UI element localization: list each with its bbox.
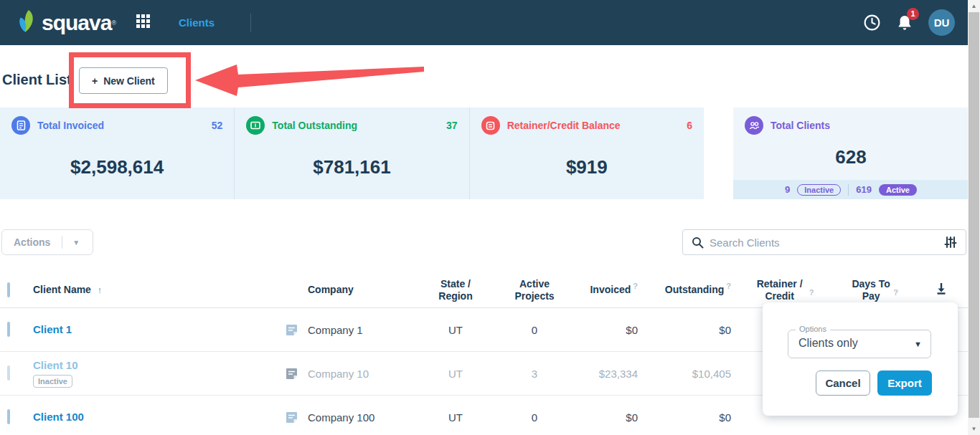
- help-icon[interactable]: ?: [893, 288, 898, 297]
- chevron-down-icon: ▼: [72, 239, 80, 247]
- invoiced-cell: $0: [580, 411, 638, 424]
- row-checkbox[interactable]: [7, 409, 10, 424]
- nav-divider: [250, 14, 251, 32]
- invoiced-cell: $0: [580, 324, 638, 336]
- stat-label: Retainer/Credit Balance: [507, 120, 621, 131]
- inactive-pill: Inactive: [797, 184, 841, 196]
- row-checkbox[interactable]: [7, 365, 10, 381]
- row-checkbox[interactable]: [7, 322, 10, 337]
- search-box: [682, 229, 966, 255]
- company-cell: Company 100: [308, 411, 423, 424]
- stat-label: Total Clients: [771, 120, 830, 131]
- active-projects-cell: 0: [489, 324, 580, 336]
- column-header-invoiced[interactable]: Invoiced?: [580, 284, 638, 295]
- invoiced-cell: $23,334: [580, 368, 638, 380]
- client-name-link[interactable]: Client 100: [26, 411, 84, 423]
- stats-card-group: Total Invoiced 52 $2,598,614 Total Outst…: [0, 107, 704, 199]
- page-title: Client List: [2, 72, 72, 88]
- search-icon: [692, 236, 704, 249]
- nav-item-clients[interactable]: Clients: [179, 16, 215, 29]
- user-avatar[interactable]: DU: [928, 9, 955, 36]
- chevron-down-icon: ▼: [914, 340, 922, 348]
- stat-value: $919: [481, 156, 692, 178]
- outstanding-cell: $0: [638, 411, 731, 424]
- help-icon[interactable]: ?: [809, 288, 814, 297]
- scroll-down-arrow[interactable]: ▼: [968, 423, 980, 435]
- company-cell: Company 1: [308, 324, 423, 336]
- plus-icon: +: [92, 75, 98, 87]
- squava-logo[interactable]: squava ®: [16, 9, 116, 37]
- client-name-link[interactable]: Client 10: [26, 359, 78, 371]
- sort-asc-icon[interactable]: ↑: [98, 285, 103, 295]
- stat-count: 52: [212, 120, 223, 131]
- company-cell: Company 10: [308, 368, 423, 380]
- export-options-select[interactable]: Options Clients only ▼: [788, 330, 931, 358]
- notifications-bell-icon[interactable]: 1: [897, 14, 913, 32]
- clients-status-strip: 9 Inactive 619 Active: [733, 180, 969, 199]
- app-grid-icon[interactable]: [136, 14, 150, 31]
- column-header-active-projects[interactable]: Active Projects: [489, 278, 580, 301]
- column-header-state-region[interactable]: State / Region: [423, 278, 489, 301]
- select-label: Options: [796, 325, 830, 333]
- stat-card-total-outstanding: Total Outstanding 37 $781,161: [234, 107, 468, 199]
- export-popup: Options Clients only ▼ Cancel Export: [763, 302, 958, 416]
- column-header-company[interactable]: Company: [308, 284, 423, 295]
- new-client-button[interactable]: + New Client: [79, 67, 168, 94]
- vertical-scrollbar[interactable]: ▲ ▼: [968, 0, 980, 435]
- note-icon[interactable]: [275, 411, 308, 424]
- active-projects-cell: 3: [489, 368, 580, 380]
- cash-icon: [246, 116, 265, 135]
- invoice-icon: [11, 116, 30, 135]
- active-pill: Active: [879, 184, 917, 196]
- notification-badge: 1: [907, 8, 919, 20]
- stat-count: 37: [446, 120, 458, 131]
- clients-people-icon: [745, 116, 763, 135]
- stat-card-retainer-credit: Retainer/Credit Balance 6 $919: [469, 107, 704, 199]
- state-cell: UT: [423, 411, 489, 424]
- stat-card-total-invoiced: Total Invoiced 52 $2,598,614: [0, 107, 234, 199]
- inactive-count: 9: [785, 184, 790, 195]
- search-input[interactable]: [710, 236, 936, 249]
- scroll-up-arrow[interactable]: ▲: [968, 0, 980, 12]
- column-header-client-name[interactable]: Client Name ↑: [26, 284, 275, 296]
- state-cell: UT: [423, 368, 489, 380]
- registered-mark: ®: [111, 19, 116, 27]
- cancel-button[interactable]: Cancel: [816, 371, 870, 396]
- help-icon[interactable]: ?: [633, 282, 638, 290]
- export-button[interactable]: Export: [877, 371, 932, 396]
- retainer-card-icon: [481, 116, 500, 135]
- outstanding-cell: $10,405: [638, 368, 731, 380]
- top-navbar: squava ® Clients 1 DU: [0, 0, 968, 45]
- leaf-icon: [16, 9, 37, 37]
- column-header-outstanding[interactable]: Outstanding?: [638, 284, 731, 295]
- strip-divider: [848, 184, 849, 196]
- stat-count: 6: [687, 120, 692, 131]
- stat-card-total-clients: Total Clients 628 9 Inactive 619 Active: [733, 107, 969, 199]
- state-cell: UT: [423, 324, 489, 336]
- column-header-retainer-credit[interactable]: Retainer / Credit?: [731, 278, 835, 301]
- stat-label: Total Outstanding: [272, 120, 357, 131]
- actions-divider: [62, 236, 62, 249]
- actions-dropdown-button[interactable]: Actions ▼: [1, 229, 93, 255]
- filter-sliders-icon[interactable]: [944, 236, 957, 249]
- active-count: 619: [856, 184, 872, 195]
- column-header-days-to-pay[interactable]: Days To Pay?: [835, 278, 914, 301]
- scrollbar-thumb[interactable]: [969, 12, 979, 418]
- brand-name: squava: [42, 11, 111, 35]
- stat-value: $781,161: [246, 156, 457, 178]
- note-icon[interactable]: [275, 323, 308, 337]
- history-clock-icon[interactable]: [863, 14, 881, 32]
- annotation-arrow: [185, 56, 429, 102]
- stat-value: 628: [745, 146, 957, 168]
- note-icon[interactable]: [275, 367, 308, 381]
- inactive-badge: Inactive: [33, 375, 72, 388]
- select-value: Clients only: [798, 337, 858, 350]
- active-projects-cell: 0: [489, 411, 580, 424]
- export-download-icon[interactable]: [914, 282, 968, 297]
- outstanding-cell: $0: [638, 324, 731, 336]
- stat-value: $2,598,614: [11, 156, 222, 178]
- select-all-checkbox[interactable]: [7, 282, 10, 297]
- client-name-link[interactable]: Client 1: [26, 323, 72, 335]
- help-icon[interactable]: ?: [726, 282, 731, 290]
- stat-label: Total Invoiced: [37, 120, 104, 131]
